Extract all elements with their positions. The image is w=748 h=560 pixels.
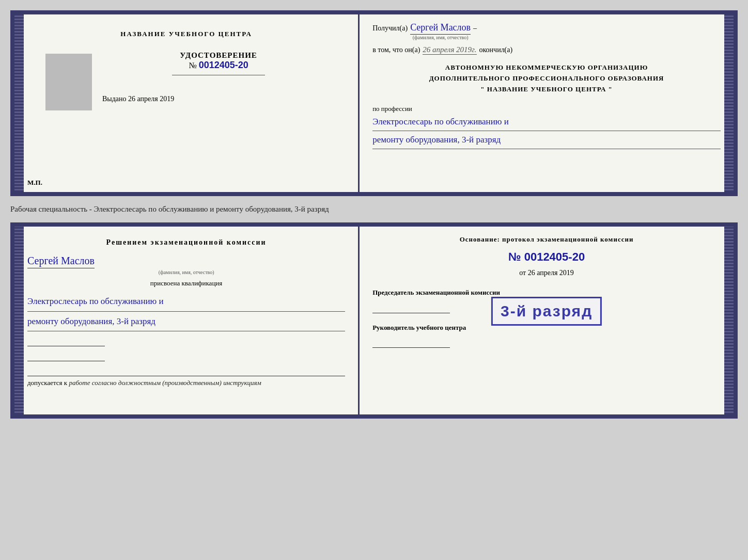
bottom-number-block: № 0012405-20 xyxy=(372,250,721,264)
dopuskaetsya-prefix: допускается к xyxy=(27,379,67,387)
po-professii-block: по профессии Электрослесарь по обслужива… xyxy=(372,105,721,149)
vydano-label: Выдано xyxy=(102,95,127,103)
vtom-prefix: в том, что он(а) xyxy=(372,46,420,54)
recipient-fio: Сергей Маслов xyxy=(410,22,471,35)
org-block: АВТОНОМНУЮ НЕКОММЕРЧЕСКУЮ ОРГАНИЗАЦИЮ ДО… xyxy=(372,62,721,94)
top-cert-left-panel: НАЗВАНИЕ УЧЕБНОГО ЦЕНТРА УДОСТОВЕРЕНИЕ №… xyxy=(14,14,360,192)
bottom-fio: Сергей Маслов xyxy=(27,255,95,268)
predsedatel-text: Председатель экзаменационной комиссии xyxy=(372,287,721,298)
poluchil-line: Получил(а) Сергей Маслов (фамилия, имя, … xyxy=(372,22,721,40)
center-text-area: УДОСТОВЕРЕНИЕ № 0012405-20 Выдано 26 апр… xyxy=(92,38,345,116)
fio-subtitle: (фамилия, имя, отчество) xyxy=(413,35,469,40)
school-name-top: НАЗВАНИЕ УЧЕБНОГО ЦЕНТРА xyxy=(120,30,252,38)
bottom-number-value: 0012405-20 xyxy=(524,250,585,263)
stamp-overlay: 3-й разряд xyxy=(491,297,602,326)
ot-date-line: от 26 апреля 2019 xyxy=(372,269,721,277)
mp-label: М.П. xyxy=(27,179,42,187)
vydano-date: 26 апреля 2019 xyxy=(128,95,174,103)
bottom-certificate: Решением экзаменационной комиссии Сергей… xyxy=(10,222,738,419)
org-line2: ДОПОЛНИТЕЛЬНОГО ПРОФЕССИОНАЛЬНОГО ОБРАЗО… xyxy=(372,73,721,84)
top-certificate: НАЗВАНИЕ УЧЕБНОГО ЦЕНТРА УДОСТОВЕРЕНИЕ №… xyxy=(10,10,738,196)
udostoverenie-block: УДОСТОВЕРЕНИЕ № 0012405-20 xyxy=(180,51,257,71)
signature-line-left-1 xyxy=(27,346,105,346)
dopuskaetsya-text: работе согласно должностным (производств… xyxy=(69,379,261,387)
vtom-line: в том, что он(а) 26 апреля 2019г. окончи… xyxy=(372,45,721,55)
org-line3: " НАЗВАНИЕ УЧЕБНОГО ЦЕНТРА " xyxy=(372,84,721,95)
cert-number: № 0012405-20 xyxy=(180,60,257,71)
dash-sep: – xyxy=(473,24,477,33)
cert-top-inner: УДОСТОВЕРЕНИЕ № 0012405-20 Выдано 26 апр… xyxy=(27,38,345,116)
po-professii-label: по профессии xyxy=(372,105,412,113)
dopuskaetsya-block: допускается к работе согласно должностны… xyxy=(27,376,345,387)
between-label: Рабочая специальность - Электрослесарь п… xyxy=(10,201,738,217)
top-cert-right-panel: Получил(а) Сергей Маслов (фамилия, имя, … xyxy=(360,14,734,192)
prisvoyena-text: присвоена квалификация xyxy=(27,279,345,287)
org-line1: АВТОНОМНУЮ НЕКОММЕРЧЕСКУЮ ОРГАНИЗАЦИЮ xyxy=(372,62,721,73)
bottom-fio-sub: (фамилия, имя, отчество) xyxy=(27,269,345,275)
bottom-profession-line2: ремонту оборудования, 3-й разряд xyxy=(27,312,345,331)
signature-line-rukovoditel xyxy=(372,347,450,348)
bottom-profession-line1: Электрослесарь по обслуживанию и xyxy=(27,292,345,311)
poluchil-prefix: Получил(а) xyxy=(372,24,408,33)
profession-line2: ремонту оборудования, 3-й разряд xyxy=(372,131,721,149)
vtom-date: 26 апреля 2019г. xyxy=(423,45,476,55)
profession-line1: Электрослесарь по обслуживанию и xyxy=(372,113,721,131)
resheniyem-title: Решением экзаменационной комиссии xyxy=(27,237,345,248)
bottom-fio-block: Сергей Маслов (фамилия, имя, отчество) xyxy=(27,255,345,275)
bottom-cert-right-panel: Основание: протокол экзаменационной коми… xyxy=(360,227,734,414)
vydano-line: Выдано 26 апреля 2019 xyxy=(102,95,174,103)
bottom-right-binding xyxy=(724,227,734,414)
bottom-number-prefix: № xyxy=(508,250,521,263)
photo-placeholder xyxy=(45,54,92,110)
osnovanie-text: Основание: протокол экзаменационной коми… xyxy=(372,234,721,245)
ot-label: от xyxy=(519,269,526,277)
cert-number-value: 0012405-20 xyxy=(199,60,248,70)
bottom-cert-left-panel: Решением экзаменационной комиссии Сергей… xyxy=(14,227,360,414)
document-container: НАЗВАНИЕ УЧЕБНОГО ЦЕНТРА УДОСТОВЕРЕНИЕ №… xyxy=(10,10,738,419)
stamp-text: 3-й разряд xyxy=(501,302,593,319)
signature-line-predsedatel xyxy=(372,313,450,313)
ot-date-value: 26 апреля 2019 xyxy=(528,269,574,277)
number-prefix: № xyxy=(189,61,196,70)
okonchil-text: окончил(а) xyxy=(479,46,513,54)
bottom-profession-block: Электрослесарь по обслуживанию и ремонту… xyxy=(27,292,345,331)
photo-area xyxy=(27,38,92,116)
udostoverenie-title: УДОСТОВЕРЕНИЕ xyxy=(180,51,257,60)
divider xyxy=(172,75,265,75)
signature-line-left-2 xyxy=(27,361,105,361)
right-binding-texture xyxy=(724,14,734,192)
